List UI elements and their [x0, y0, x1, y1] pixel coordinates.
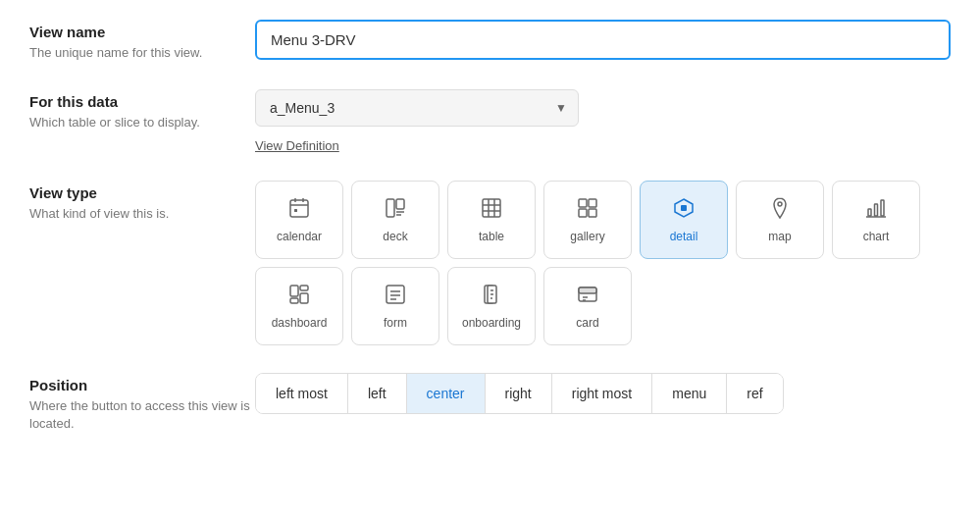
view-type-dashboard[interactable]: dashboard [255, 267, 343, 345]
for-this-data-label-block: For this data Which table or slice to di… [29, 89, 255, 131]
form-icon [384, 283, 407, 310]
for-this-data-description: Which table or slice to display. [29, 114, 255, 131]
position-ref[interactable]: ref [727, 374, 782, 413]
view-type-grid: calendar deck [255, 181, 951, 345]
view-type-deck[interactable]: deck [351, 181, 439, 259]
view-name-content [255, 20, 951, 60]
view-type-table[interactable]: table [447, 181, 536, 259]
view-type-card-label: card [576, 316, 598, 330]
view-type-calendar-label: calendar [277, 230, 322, 243]
view-name-label-block: View name The unique name for this view. [29, 20, 255, 62]
svg-rect-22 [875, 204, 878, 216]
map-icon [768, 196, 792, 224]
position-left-most[interactable]: left most [256, 374, 348, 413]
deck-icon [384, 196, 407, 224]
svg-rect-4 [294, 209, 297, 212]
svg-rect-23 [881, 200, 884, 216]
position-description: Where the button to access this view is … [29, 397, 255, 433]
gallery-icon [576, 196, 599, 224]
position-heading: Position [29, 377, 255, 393]
view-type-deck-label: deck [383, 230, 407, 243]
view-type-map[interactable]: map [736, 181, 824, 259]
view-type-heading: View type [29, 184, 255, 201]
position-menu[interactable]: menu [652, 374, 727, 413]
view-type-detail[interactable]: detail [640, 181, 728, 259]
view-type-detail-label: detail [670, 230, 698, 243]
data-dropdown[interactable]: a_Menu_3 a_Menu_1 a_Menu_2 [255, 89, 579, 127]
view-type-form-label: form [384, 316, 407, 330]
view-name-description: The unique name for this view. [29, 44, 255, 62]
view-type-gallery-label: gallery [570, 230, 604, 243]
svg-rect-25 [290, 286, 298, 296]
onboarding-icon [480, 283, 503, 310]
view-type-label-block: View type What kind of view this is. [29, 181, 255, 223]
position-label-block: Position Where the button to access this… [29, 373, 255, 433]
svg-rect-14 [579, 199, 587, 207]
position-section: Position Where the button to access this… [29, 373, 951, 433]
view-type-map-label: map [768, 230, 791, 243]
position-center[interactable]: center [407, 374, 486, 413]
view-type-dashboard-label: dashboard [272, 316, 328, 330]
svg-rect-29 [387, 286, 404, 303]
view-name-section: View name The unique name for this view. [29, 20, 951, 62]
view-type-form[interactable]: form [351, 267, 439, 345]
position-right-most[interactable]: right most [552, 374, 652, 413]
view-name-heading: View name [29, 24, 255, 40]
svg-rect-27 [300, 293, 308, 303]
svg-rect-28 [290, 298, 298, 303]
svg-rect-39 [579, 287, 596, 293]
card-icon [576, 283, 599, 310]
svg-rect-6 [396, 199, 404, 209]
view-type-onboarding-label: onboarding [462, 316, 521, 330]
view-type-chart-label: chart [863, 230, 890, 243]
svg-rect-9 [483, 199, 500, 217]
view-type-description: What kind of view this is. [29, 205, 255, 223]
svg-rect-0 [290, 200, 308, 217]
view-definition-link[interactable]: View Definition [255, 138, 339, 153]
position-left[interactable]: left [348, 374, 407, 413]
view-type-content: calendar deck [255, 181, 951, 345]
view-type-chart[interactable]: chart [832, 181, 920, 259]
view-type-gallery[interactable]: gallery [543, 181, 632, 259]
position-group: left most left center right right most m… [255, 373, 784, 414]
view-type-onboarding[interactable]: onboarding [447, 267, 536, 345]
position-right[interactable]: right [486, 374, 552, 413]
view-type-table-label: table [479, 230, 504, 243]
calendar-icon [287, 196, 311, 224]
for-this-data-heading: For this data [29, 93, 255, 110]
svg-rect-17 [589, 209, 596, 217]
svg-rect-26 [300, 286, 308, 290]
svg-rect-21 [868, 209, 871, 216]
svg-rect-19 [681, 205, 687, 211]
view-type-card[interactable]: card [543, 267, 632, 345]
position-content: left most left center right right most m… [255, 373, 951, 414]
detail-icon [672, 196, 696, 224]
for-this-data-content: a_Menu_3 a_Menu_1 a_Menu_2 ▼ View Defini… [255, 89, 951, 153]
dashboard-icon [287, 283, 311, 310]
view-type-calendar[interactable]: calendar [255, 181, 343, 259]
data-dropdown-container: a_Menu_3 a_Menu_1 a_Menu_2 ▼ [255, 89, 579, 127]
svg-rect-16 [579, 209, 587, 217]
table-icon [480, 196, 503, 224]
svg-point-20 [778, 202, 782, 206]
svg-rect-5 [387, 199, 394, 217]
view-name-input[interactable] [255, 20, 951, 60]
svg-rect-15 [589, 199, 596, 207]
for-this-data-section: For this data Which table or slice to di… [29, 89, 951, 153]
view-type-section: View type What kind of view this is. cal… [29, 181, 951, 345]
chart-icon [864, 196, 888, 224]
